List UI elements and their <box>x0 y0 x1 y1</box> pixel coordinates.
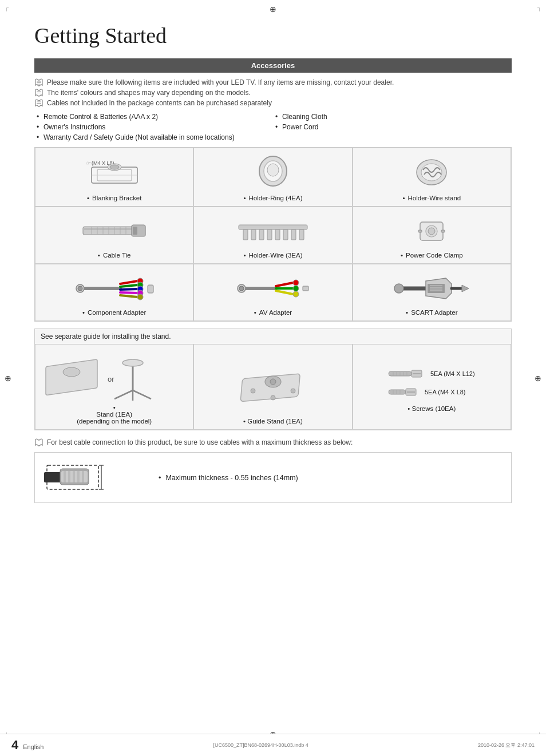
svg-rect-38 <box>299 229 304 240</box>
stand-cell-stand: or Stand (1EA) (depending on the model) <box>35 344 193 430</box>
accessory-holder-wire: Holder-Wire (3EA) <box>193 207 352 264</box>
svg-point-88 <box>251 389 255 393</box>
svg-line-47 <box>120 281 137 284</box>
svg-rect-110 <box>73 471 75 482</box>
svg-point-84 <box>122 359 143 366</box>
accessory-power-code-clamp: Power Code Clamp <box>353 207 511 264</box>
stand-label: Stand (1EA) (depending on the model) <box>77 404 152 425</box>
svg-line-48 <box>120 285 137 287</box>
bullet-item-4: Power Cord <box>273 122 512 132</box>
holder-wire-stand-label: Holder-Wire stand <box>402 195 461 201</box>
component-adapter-label: Component Adapter <box>82 309 146 316</box>
cable-thickness-note-text: For best cable connection to this produc… <box>47 438 353 446</box>
svg-rect-31 <box>243 229 248 240</box>
svg-point-56 <box>137 294 143 300</box>
stand-section: See separate guide for installing the st… <box>34 328 512 430</box>
holder-wire-image <box>233 213 313 248</box>
bullet-item-2: Warranty Card / Safety Guide (Not availa… <box>34 132 273 143</box>
thickness-value: Maximum thickness - 0.55 inches (14mm) <box>165 474 298 482</box>
page-content: Getting Started Accessories Please make … <box>0 0 546 545</box>
accessory-cable-tie: Cable Tie <box>35 207 193 264</box>
svg-rect-43 <box>441 230 445 232</box>
svg-rect-29 <box>133 227 137 235</box>
svg-point-87 <box>270 379 276 385</box>
svg-line-50 <box>120 292 137 293</box>
svg-point-69 <box>394 284 403 293</box>
av-adapter-label: AV Adapter <box>254 309 292 316</box>
stand-image: or <box>39 350 189 402</box>
svg-rect-30 <box>239 225 307 229</box>
stand-cell-screws: 5EA (M4 X L12) 5EA (M4 X L8) <box>353 344 511 430</box>
bullet-item-0: Remote Control & Batteries (AAA x 2) <box>34 112 273 122</box>
svg-rect-111 <box>77 471 80 482</box>
svg-rect-109 <box>68 471 70 482</box>
svg-point-60 <box>239 286 244 291</box>
thickness-bullet: • Maximum thickness - 0.55 inches (14mm) <box>159 474 298 482</box>
svg-rect-67 <box>303 286 308 291</box>
svg-point-66 <box>293 291 299 297</box>
svg-line-83 <box>133 390 151 399</box>
holder-ring-label: Holder-Ring (4EA) <box>244 195 303 201</box>
holder-wire-stand-image <box>406 154 457 191</box>
stand-note: See separate guide for installing the st… <box>35 329 511 344</box>
footer-date: 2010-02-26 오후 2:47:01 <box>478 742 535 749</box>
svg-point-64 <box>293 280 299 286</box>
svg-rect-99 <box>389 390 406 394</box>
guide-stand-label: Guide Stand (1EA) <box>243 418 303 425</box>
svg-rect-77 <box>46 359 97 395</box>
svg-line-63 <box>276 291 293 294</box>
thickness-image <box>44 460 147 496</box>
screw-row-1: 5EA (M4 X L12) <box>389 367 475 380</box>
accessory-holder-wire-stand: Holder-Wire stand <box>353 148 511 207</box>
svg-rect-34 <box>267 229 272 240</box>
svg-marker-76 <box>462 285 469 292</box>
cable-thickness-note: For best cable connection to this produc… <box>34 438 512 446</box>
svg-line-49 <box>120 289 137 290</box>
svg-text:☞: ☞ <box>86 160 91 166</box>
thickness-section: • Maximum thickness - 0.55 inches (14mm) <box>34 452 512 503</box>
bullet-item-1: Owner's Instructions <box>34 122 273 132</box>
svg-point-16 <box>267 164 279 176</box>
note-3-text: Cables not included in the package conte… <box>47 99 272 107</box>
screw-row-2: 5EA (M4 X L8) <box>389 386 466 398</box>
svg-rect-35 <box>275 229 280 240</box>
accessories-grid-outer: ☞ (M4 X L8) Blanking Bracket <box>34 147 512 322</box>
component-adapter-image <box>74 270 155 306</box>
note-3: Cables not included in the package conte… <box>34 99 512 107</box>
guide-stand-image <box>197 350 348 414</box>
footer-left: 4 English <box>11 738 43 753</box>
note-icon-1 <box>34 78 45 86</box>
svg-rect-37 <box>291 229 296 240</box>
included-items-list: Remote Control & Batteries (AAA x 2) Cle… <box>34 112 512 143</box>
accessory-component-adapter: Component Adapter <box>35 264 193 321</box>
accessory-scart-adapter: SCART Adapter <box>353 264 511 321</box>
svg-point-41 <box>428 228 435 235</box>
svg-point-65 <box>293 286 299 291</box>
screw-1-label: 5EA (M4 X L12) <box>430 370 475 377</box>
svg-rect-42 <box>418 230 422 232</box>
svg-rect-33 <box>259 229 264 240</box>
svg-rect-57 <box>148 285 153 293</box>
svg-point-13 <box>110 165 119 169</box>
svg-point-90 <box>271 395 275 400</box>
blanking-bracket-image: ☞ (M4 X L8) <box>80 154 149 191</box>
svg-rect-112 <box>82 471 84 482</box>
svg-line-81 <box>114 390 133 399</box>
accessory-holder-ring: Holder-Ring (4EA) <box>193 148 352 207</box>
holder-wire-label: Holder-Wire (3EA) <box>244 252 303 259</box>
screws-label: Screws (10EA) <box>407 405 456 412</box>
svg-rect-108 <box>64 471 66 482</box>
cable-thickness-icon <box>34 438 45 446</box>
note-2-text: The items' colours and shapes may vary d… <box>47 89 251 97</box>
svg-rect-32 <box>251 229 256 240</box>
blanking-bracket-label: Blanking Bracket <box>87 195 141 201</box>
page-language: English <box>23 743 43 750</box>
footer: 4 English [UC6500_ZT]BN68-02694H-00L03.i… <box>0 734 546 756</box>
stand-label-text: Stand (1EA) (depending on the model) <box>77 411 152 425</box>
scart-adapter-label: SCART Adapter <box>406 309 457 316</box>
scart-adapter-image <box>394 270 469 306</box>
page-title: Getting Started <box>34 23 512 48</box>
svg-text:or: or <box>108 375 114 383</box>
svg-line-61 <box>276 283 293 286</box>
power-code-clamp-image <box>406 213 457 248</box>
